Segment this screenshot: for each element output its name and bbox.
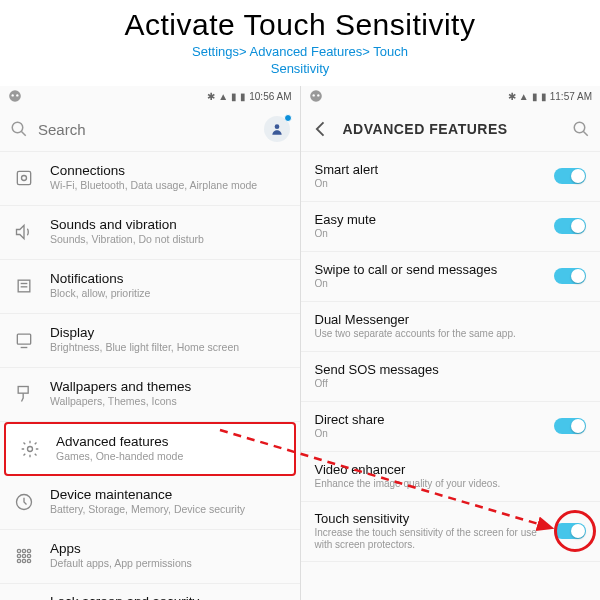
- svg-point-17: [22, 550, 25, 553]
- back-icon[interactable]: [311, 119, 331, 139]
- row-touch-sensitivity[interactable]: Touch sensitivityIncrease the touch sens…: [301, 502, 601, 562]
- svg-point-16: [17, 550, 20, 553]
- row-connections[interactable]: ConnectionsWi-Fi, Bluetooth, Data usage,…: [0, 152, 300, 206]
- row-title: Advanced features: [56, 434, 280, 449]
- row-sub: On: [315, 278, 541, 291]
- status-bar: ✱ ▲ ▮ ▮ 11:57 AM: [301, 86, 601, 108]
- row-display[interactable]: DisplayBrightness, Blue light filter, Ho…: [0, 314, 300, 368]
- notification-dot-icon: [284, 114, 292, 122]
- notifications-icon: [14, 276, 34, 296]
- svg-point-19: [17, 555, 20, 558]
- header-bar: ADVANCED FEATURES: [301, 108, 601, 152]
- svg-rect-13: [18, 387, 28, 394]
- row-sos-messages[interactable]: Send SOS messagesOff: [301, 352, 601, 402]
- avatar[interactable]: [264, 116, 290, 142]
- row-swipe-call[interactable]: Swipe to call or send messagesOn: [301, 252, 601, 302]
- row-apps[interactable]: AppsDefault apps, App permissions: [0, 530, 300, 584]
- toggle-swipe-call[interactable]: [554, 268, 586, 284]
- svg-rect-6: [17, 172, 30, 185]
- paint-icon: [14, 384, 34, 404]
- row-smart-alert[interactable]: Smart alertOn: [301, 152, 601, 202]
- display-icon: [14, 330, 34, 350]
- reddit-icon: [309, 89, 323, 105]
- row-sub: Brightness, Blue light filter, Home scre…: [50, 341, 286, 355]
- row-easy-mute[interactable]: Easy muteOn: [301, 202, 601, 252]
- row-sub: On: [315, 428, 541, 441]
- row-title: Device maintenance: [50, 487, 286, 502]
- toggle-easy-mute[interactable]: [554, 218, 586, 234]
- row-sub: On: [315, 178, 541, 191]
- svg-point-7: [22, 176, 27, 181]
- wifi-icon: ▲: [519, 91, 529, 102]
- gear-icon: [20, 439, 40, 459]
- svg-point-3: [12, 123, 23, 134]
- search-bar[interactable]: [0, 108, 300, 152]
- svg-point-28: [317, 94, 319, 96]
- status-time: 10:56 AM: [249, 91, 291, 102]
- row-sub: Default apps, App permissions: [50, 557, 286, 571]
- bluetooth-icon: ✱: [508, 91, 516, 102]
- status-time: 11:57 AM: [550, 91, 592, 102]
- toggle-touch-sensitivity[interactable]: [554, 523, 586, 539]
- search-icon[interactable]: [572, 120, 590, 138]
- row-sub: Wi-Fi, Bluetooth, Data usage, Airplane m…: [50, 179, 286, 193]
- breadcrumb-line1: Settings> Advanced Features> Touch: [0, 44, 600, 61]
- breadcrumb-line2: Sensitivity: [0, 61, 600, 78]
- row-notifications[interactable]: NotificationsBlock, allow, prioritize: [0, 260, 300, 314]
- svg-point-23: [22, 560, 25, 563]
- toggle-smart-alert[interactable]: [554, 168, 586, 184]
- row-sub: Games, One-handed mode: [56, 450, 280, 464]
- page-title: Activate Touch Sensitivity: [0, 0, 600, 42]
- row-title: Swipe to call or send messages: [315, 262, 541, 277]
- svg-point-5: [274, 125, 279, 130]
- row-title: Sounds and vibration: [50, 217, 286, 232]
- svg-point-0: [9, 90, 21, 102]
- svg-point-20: [22, 555, 25, 558]
- battery-icon: ▮: [240, 91, 246, 102]
- row-title: Video enhancer: [315, 462, 583, 477]
- row-title: Dual Messenger: [315, 312, 583, 327]
- status-bar: ✱ ▲ ▮ ▮ 10:56 AM: [0, 86, 300, 108]
- svg-point-2: [16, 94, 18, 96]
- svg-point-24: [27, 560, 30, 563]
- row-wallpapers[interactable]: Wallpapers and themesWallpapers, Themes,…: [0, 368, 300, 422]
- row-sub: Block, allow, prioritize: [50, 287, 286, 301]
- row-sounds[interactable]: Sounds and vibrationSounds, Vibration, D…: [0, 206, 300, 260]
- search-input[interactable]: [38, 121, 254, 138]
- row-lock-security[interactable]: Lock screen and securityAlways On Displa…: [0, 584, 300, 600]
- row-title: Connections: [50, 163, 286, 178]
- row-advanced-features[interactable]: Advanced featuresGames, One-handed mode: [4, 422, 296, 476]
- svg-rect-8: [18, 280, 30, 292]
- row-device-maintenance[interactable]: Device maintenanceBattery, Storage, Memo…: [0, 476, 300, 530]
- row-sub: Battery, Storage, Memory, Device securit…: [50, 503, 286, 517]
- row-sub: Enhance the image quality of your videos…: [315, 478, 583, 491]
- signal-icon: ▮: [532, 91, 538, 102]
- row-dual-messenger[interactable]: Dual MessengerUse two separate accounts …: [301, 302, 601, 352]
- row-title: Wallpapers and themes: [50, 379, 286, 394]
- row-title: Smart alert: [315, 162, 541, 177]
- toggle-direct-share[interactable]: [554, 418, 586, 434]
- svg-point-1: [12, 94, 14, 96]
- phone-settings: ✱ ▲ ▮ ▮ 10:56 AM ConnectionsWi-Fi, Bluet…: [0, 86, 301, 600]
- row-video-enhancer[interactable]: Video enhancerEnhance the image quality …: [301, 452, 601, 502]
- row-sub: Sounds, Vibration, Do not disturb: [50, 233, 286, 247]
- connections-icon: [14, 168, 34, 188]
- row-sub: On: [315, 228, 541, 241]
- svg-line-4: [21, 132, 26, 137]
- battery-icon: ▮: [541, 91, 547, 102]
- svg-point-18: [27, 550, 30, 553]
- svg-point-21: [27, 555, 30, 558]
- row-title: Lock screen and security: [50, 594, 286, 600]
- row-title: Direct share: [315, 412, 541, 427]
- advanced-features-list: Smart alertOn Easy muteOn Swipe to call …: [301, 152, 601, 600]
- row-sub: Use two separate accounts for the same a…: [315, 328, 583, 341]
- row-sub: Increase the touch sensitivity of the sc…: [315, 527, 541, 552]
- row-title: Touch sensitivity: [315, 511, 541, 526]
- sound-icon: [14, 222, 34, 242]
- settings-list: ConnectionsWi-Fi, Bluetooth, Data usage,…: [0, 152, 300, 600]
- svg-point-22: [17, 560, 20, 563]
- svg-point-29: [574, 123, 585, 134]
- svg-point-26: [310, 90, 322, 102]
- row-sub: Wallpapers, Themes, Icons: [50, 395, 286, 409]
- row-direct-share[interactable]: Direct shareOn: [301, 402, 601, 452]
